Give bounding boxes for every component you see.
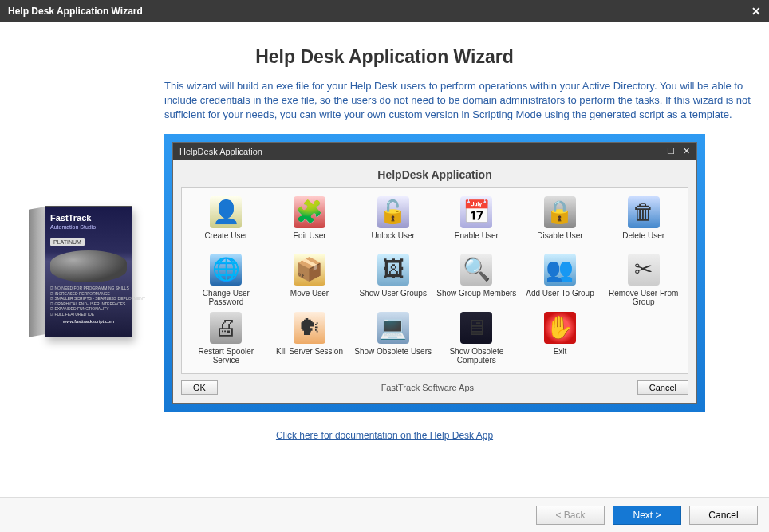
create-user-icon: 👤 — [210, 196, 242, 228]
move-user-icon: 📦 — [294, 254, 325, 286]
inner-footer: OK FastTrack Software Aps Cancel — [173, 374, 696, 403]
app-icon-kill-server-session: 🗣Kill Server Session — [269, 312, 351, 365]
app-icon-add-user-to-group: 👥Add User To Group — [519, 254, 601, 307]
app-icon-unlock-user: 🔓Unlock User — [352, 196, 434, 249]
page-heading: Help Desk Application Wizard — [18, 46, 751, 68]
add-user-to-group-icon: 👥 — [544, 254, 576, 286]
product-edition: PLATINUM — [50, 238, 85, 246]
remove-user-from-group-icon: ✂ — [628, 254, 660, 286]
cancel-button[interactable]: Cancel — [689, 506, 758, 525]
icon-label: Create User — [185, 231, 267, 249]
app-icon-remove-user-from-group: ✂Remove User From Group — [602, 254, 684, 307]
icon-label: Show Group Members — [436, 289, 518, 306]
inner-title: HelpDesk Application — [179, 147, 262, 156]
back-button[interactable]: < Back — [536, 506, 605, 525]
doc-link-wrap: Click here for documentation on the Help… — [18, 428, 751, 442]
app-icon-show-obsolete-users: 💻Show Obsolete Users — [352, 312, 434, 365]
unlock-user-icon: 🔓 — [377, 196, 409, 228]
icon-label: Edit User — [269, 231, 351, 249]
next-button[interactable]: Next > — [613, 506, 681, 525]
intro-text: This wizard will build an exe file for y… — [164, 79, 751, 123]
app-icon-show-obsolete-computers: 🖥Show Obsolete Computers — [436, 312, 518, 365]
icon-label: Exit — [519, 347, 601, 365]
app-icon-disable-user: 🔒Disable User — [519, 196, 601, 249]
show-obsolete-computers-icon: 🖥 — [460, 312, 492, 344]
app-icon-edit-user: 🧩Edit User — [269, 196, 351, 249]
product-subtitle: Automation Studio — [45, 224, 132, 233]
inner-cancel-button: Cancel — [637, 380, 688, 395]
app-icon-delete-user: 🗑Delete User — [602, 196, 684, 249]
icon-label: Show User Groups — [352, 289, 434, 306]
documentation-link[interactable]: Click here for documentation on the Help… — [276, 430, 493, 441]
inner-footer-text: FastTrack Software Aps — [218, 383, 637, 392]
show-user-groups-icon: 🖼 — [377, 254, 409, 286]
edit-user-icon: 🧩 — [294, 196, 325, 228]
app-icon-show-group-members: 🔍Show Group Members — [436, 254, 518, 307]
show-obsolete-users-icon: 💻 — [377, 312, 409, 344]
change-user-password-icon: 🌐 — [210, 254, 242, 286]
inner-ok-button: OK — [181, 380, 218, 395]
app-icon-create-user: 👤Create User — [185, 196, 267, 249]
app-icon-enable-user: 📅Enable User — [436, 196, 518, 249]
icon-label: Enable User — [436, 231, 518, 249]
product-box-image: FastTrack Automation Studio PLATINUM ☑ N… — [29, 206, 148, 341]
inner-titlebar: HelpDesk Application — ☐ ✕ — [173, 143, 696, 160]
inner-close-icon: ✕ — [683, 146, 690, 156]
icon-label: Unlock User — [352, 231, 434, 249]
app-icon-change-user-password: 🌐Change User Password — [185, 254, 267, 307]
icon-label: Delete User — [602, 231, 684, 249]
disable-user-icon: 🔒 — [544, 196, 576, 228]
icon-label: Show Obsolete Users — [352, 347, 434, 365]
kill-server-session-icon: 🗣 — [294, 312, 325, 344]
wizard-title: Help Desk Application Wizard — [8, 6, 143, 17]
wizard-titlebar: Help Desk Application Wizard ✕ — [0, 0, 769, 22]
icon-label: Change User Password — [185, 289, 267, 307]
show-group-members-icon: 🔍 — [460, 254, 492, 286]
app-icon-show-user-groups: 🖼Show User Groups — [352, 254, 434, 307]
wizard-content: Help Desk Application Wizard This wizard… — [0, 22, 769, 498]
icon-label: Kill Server Session — [269, 347, 351, 365]
inner-heading: HelpDesk Application — [173, 160, 696, 187]
wizard-close-icon[interactable]: ✕ — [751, 5, 761, 18]
icon-label: Show Obsolete Computers — [436, 347, 518, 365]
icon-label: Disable User — [519, 231, 601, 249]
exit-icon: ✋ — [544, 312, 576, 344]
app-icon-exit: ✋Exit — [519, 312, 601, 365]
icon-label: Move User — [269, 289, 351, 306]
inner-maximize-icon: ☐ — [667, 146, 675, 156]
app-icon-restart-spooler-service: 🖨Restart Spooler Service — [185, 312, 267, 365]
enable-user-icon: 📅 — [460, 196, 492, 228]
example-screenshot: HelpDesk Application — ☐ ✕ HelpDesk Appl… — [164, 134, 705, 412]
icon-label: Add User To Group — [519, 289, 601, 306]
delete-user-icon: 🗑 — [628, 196, 660, 228]
icon-grid: 👤Create User🧩Edit User🔓Unlock User📅Enabl… — [181, 187, 688, 374]
app-icon-move-user: 📦Move User — [269, 254, 351, 307]
wizard-button-bar: < Back Next > Cancel — [0, 497, 769, 532]
product-brand: FastTrack — [45, 207, 132, 224]
product-url: www.fasttrackscript.com — [45, 319, 132, 324]
product-features: ☑ NO NEED FOR PROGRAMMING SKILLS ☑ INCRE… — [50, 286, 127, 317]
icon-label: Remove User From Group — [602, 289, 684, 307]
inner-minimize-icon: — — [650, 146, 659, 156]
restart-spooler-service-icon: 🖨 — [210, 312, 242, 344]
icon-label: Restart Spooler Service — [185, 347, 267, 365]
